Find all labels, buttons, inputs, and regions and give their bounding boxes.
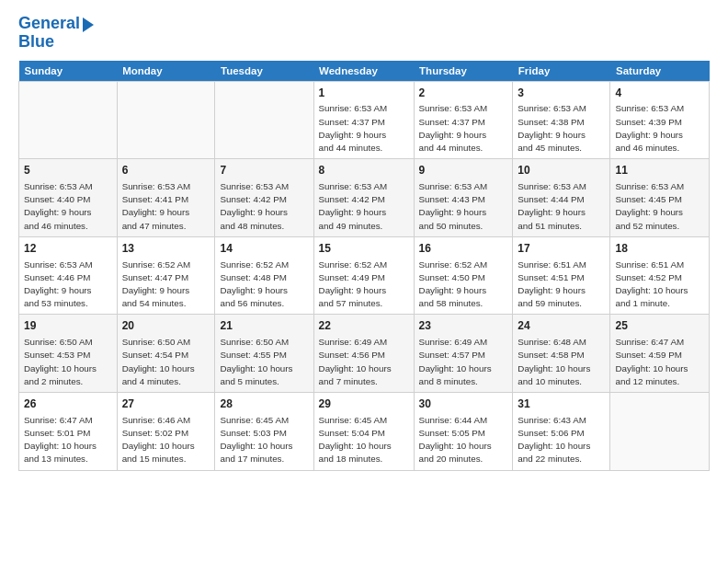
calendar-week-row: 5Sunrise: 6:53 AM Sunset: 4:40 PM Daylig… [19, 159, 710, 237]
calendar-day-header: Wednesday [313, 61, 414, 82]
day-number: 3 [518, 86, 605, 101]
header: General Blue [18, 15, 710, 52]
calendar-cell [19, 81, 118, 159]
day-number: 25 [615, 318, 704, 334]
day-number: 20 [122, 318, 210, 334]
day-info: Sunrise: 6:53 AM Sunset: 4:46 PM Dayligh… [24, 259, 112, 311]
day-number: 26 [24, 396, 112, 412]
calendar-day-header: Friday [513, 61, 610, 82]
calendar-cell: 26Sunrise: 6:47 AM Sunset: 5:01 PM Dayli… [19, 393, 118, 471]
day-number: 27 [122, 396, 210, 412]
day-info: Sunrise: 6:50 AM Sunset: 4:53 PM Dayligh… [24, 336, 112, 388]
day-number: 19 [24, 318, 112, 334]
calendar-cell [610, 393, 710, 471]
calendar-cell: 19Sunrise: 6:50 AM Sunset: 4:53 PM Dayli… [19, 315, 118, 393]
day-number: 15 [319, 241, 409, 257]
day-number: 4 [615, 86, 704, 101]
calendar-body: 1Sunrise: 6:53 AM Sunset: 4:37 PM Daylig… [19, 81, 710, 470]
calendar-cell: 23Sunrise: 6:49 AM Sunset: 4:57 PM Dayli… [414, 315, 513, 393]
day-number: 30 [419, 396, 508, 412]
calendar-cell: 8Sunrise: 6:53 AM Sunset: 4:42 PM Daylig… [313, 159, 414, 237]
day-number: 14 [220, 241, 308, 257]
calendar-cell [215, 81, 313, 159]
day-number: 13 [122, 241, 210, 257]
logo-text: General [18, 15, 80, 33]
day-info: Sunrise: 6:53 AM Sunset: 4:38 PM Dayligh… [518, 102, 605, 155]
day-number: 18 [615, 241, 704, 257]
day-info: Sunrise: 6:46 AM Sunset: 5:02 PM Dayligh… [122, 414, 210, 466]
calendar-day-header: Saturday [610, 61, 710, 82]
day-info: Sunrise: 6:44 AM Sunset: 5:05 PM Dayligh… [419, 414, 508, 466]
calendar-week-row: 19Sunrise: 6:50 AM Sunset: 4:53 PM Dayli… [19, 315, 710, 393]
calendar-cell: 20Sunrise: 6:50 AM Sunset: 4:54 PM Dayli… [117, 315, 215, 393]
calendar-cell: 3Sunrise: 6:53 AM Sunset: 4:38 PM Daylig… [513, 81, 610, 159]
day-info: Sunrise: 6:52 AM Sunset: 4:47 PM Dayligh… [122, 259, 210, 311]
day-number: 12 [24, 241, 112, 257]
day-info: Sunrise: 6:53 AM Sunset: 4:43 PM Dayligh… [419, 180, 508, 233]
day-number: 7 [220, 163, 308, 178]
calendar-cell: 16Sunrise: 6:52 AM Sunset: 4:50 PM Dayli… [414, 236, 513, 315]
day-info: Sunrise: 6:52 AM Sunset: 4:49 PM Dayligh… [319, 259, 409, 311]
calendar-cell: 15Sunrise: 6:52 AM Sunset: 4:49 PM Dayli… [313, 236, 414, 315]
calendar-header-row: SundayMondayTuesdayWednesdayThursdayFrid… [19, 61, 710, 82]
day-number: 31 [518, 396, 605, 412]
day-number: 8 [319, 163, 409, 178]
day-number: 21 [220, 318, 308, 334]
calendar-cell: 4Sunrise: 6:53 AM Sunset: 4:39 PM Daylig… [610, 81, 710, 159]
calendar-day-header: Thursday [414, 61, 513, 82]
day-number: 24 [518, 318, 605, 334]
day-info: Sunrise: 6:52 AM Sunset: 4:50 PM Dayligh… [419, 259, 508, 311]
day-info: Sunrise: 6:53 AM Sunset: 4:40 PM Dayligh… [24, 180, 112, 233]
day-info: Sunrise: 6:51 AM Sunset: 4:52 PM Dayligh… [615, 259, 704, 311]
day-info: Sunrise: 6:53 AM Sunset: 4:44 PM Dayligh… [518, 180, 605, 233]
calendar-cell: 5Sunrise: 6:53 AM Sunset: 4:40 PM Daylig… [19, 159, 118, 237]
day-info: Sunrise: 6:47 AM Sunset: 5:01 PM Dayligh… [24, 414, 112, 466]
calendar-cell: 22Sunrise: 6:49 AM Sunset: 4:56 PM Dayli… [313, 315, 414, 393]
day-number: 11 [615, 163, 704, 178]
calendar-cell: 30Sunrise: 6:44 AM Sunset: 5:05 PM Dayli… [414, 393, 513, 471]
calendar-cell: 13Sunrise: 6:52 AM Sunset: 4:47 PM Dayli… [117, 236, 215, 315]
page-container: General Blue SundayMondayTuesdayWednesda… [0, 0, 728, 480]
day-info: Sunrise: 6:51 AM Sunset: 4:51 PM Dayligh… [518, 259, 605, 311]
calendar-cell: 11Sunrise: 6:53 AM Sunset: 4:45 PM Dayli… [610, 159, 710, 237]
day-info: Sunrise: 6:53 AM Sunset: 4:37 PM Dayligh… [419, 102, 508, 155]
day-info: Sunrise: 6:53 AM Sunset: 4:42 PM Dayligh… [220, 180, 308, 233]
day-info: Sunrise: 6:47 AM Sunset: 4:59 PM Dayligh… [615, 336, 704, 388]
calendar-cell: 27Sunrise: 6:46 AM Sunset: 5:02 PM Dayli… [117, 393, 215, 471]
calendar-cell: 24Sunrise: 6:48 AM Sunset: 4:58 PM Dayli… [513, 315, 610, 393]
day-info: Sunrise: 6:49 AM Sunset: 4:56 PM Dayligh… [319, 336, 409, 388]
calendar-cell: 2Sunrise: 6:53 AM Sunset: 4:37 PM Daylig… [414, 81, 513, 159]
day-info: Sunrise: 6:50 AM Sunset: 4:55 PM Dayligh… [220, 336, 308, 388]
day-number: 6 [122, 163, 210, 178]
day-number: 5 [24, 163, 112, 178]
calendar-week-row: 12Sunrise: 6:53 AM Sunset: 4:46 PM Dayli… [19, 236, 710, 315]
calendar-day-header: Sunday [19, 61, 118, 82]
calendar-week-row: 26Sunrise: 6:47 AM Sunset: 5:01 PM Dayli… [19, 393, 710, 471]
logo: General Blue [18, 15, 94, 52]
day-info: Sunrise: 6:53 AM Sunset: 4:41 PM Dayligh… [122, 180, 210, 233]
day-info: Sunrise: 6:50 AM Sunset: 4:54 PM Dayligh… [122, 336, 210, 388]
calendar-day-header: Tuesday [215, 61, 313, 82]
calendar-cell: 14Sunrise: 6:52 AM Sunset: 4:48 PM Dayli… [215, 236, 313, 315]
day-info: Sunrise: 6:53 AM Sunset: 4:42 PM Dayligh… [319, 180, 409, 233]
logo-arrow-icon [83, 17, 94, 32]
day-number: 9 [419, 163, 508, 178]
day-number: 16 [419, 241, 508, 257]
day-info: Sunrise: 6:53 AM Sunset: 4:45 PM Dayligh… [615, 180, 704, 233]
logo-text-blue: Blue [18, 33, 94, 52]
day-info: Sunrise: 6:43 AM Sunset: 5:06 PM Dayligh… [518, 414, 605, 466]
day-info: Sunrise: 6:49 AM Sunset: 4:57 PM Dayligh… [419, 336, 508, 388]
calendar-cell: 28Sunrise: 6:45 AM Sunset: 5:03 PM Dayli… [215, 393, 313, 471]
day-info: Sunrise: 6:53 AM Sunset: 4:39 PM Dayligh… [615, 102, 704, 155]
day-info: Sunrise: 6:52 AM Sunset: 4:48 PM Dayligh… [220, 259, 308, 311]
calendar-cell: 18Sunrise: 6:51 AM Sunset: 4:52 PM Dayli… [610, 236, 710, 315]
day-number: 23 [419, 318, 508, 334]
calendar-cell: 21Sunrise: 6:50 AM Sunset: 4:55 PM Dayli… [215, 315, 313, 393]
calendar-cell: 9Sunrise: 6:53 AM Sunset: 4:43 PM Daylig… [414, 159, 513, 237]
calendar-cell: 6Sunrise: 6:53 AM Sunset: 4:41 PM Daylig… [117, 159, 215, 237]
calendar-cell: 10Sunrise: 6:53 AM Sunset: 4:44 PM Dayli… [513, 159, 610, 237]
day-info: Sunrise: 6:45 AM Sunset: 5:03 PM Dayligh… [220, 414, 308, 466]
calendar-day-header: Monday [117, 61, 215, 82]
day-info: Sunrise: 6:45 AM Sunset: 5:04 PM Dayligh… [319, 414, 409, 466]
day-number: 1 [319, 86, 409, 101]
